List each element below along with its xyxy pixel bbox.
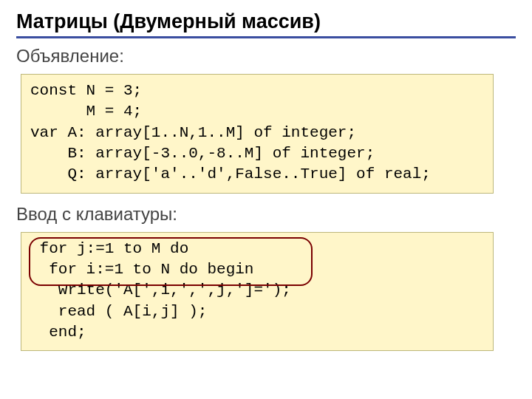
code-line: M = 4; <box>30 101 484 122</box>
code-line: B: array[-3..0,-8..M] of integer; <box>30 143 484 164</box>
code-line: write('A[',i,',',j,']='); <box>30 280 484 301</box>
slide: Матрицы (Двумерный массив) Объявление: c… <box>0 0 532 369</box>
code-box-input: for j:=1 to M do for i:=1 to N do begin … <box>21 232 494 352</box>
code-line: for i:=1 to N do begin <box>30 259 484 280</box>
code-line: read ( A[i,j] ); <box>30 301 484 322</box>
subhead-input: Ввод с клавиатуры: <box>16 204 516 225</box>
code-line: end; <box>30 322 484 343</box>
page-title: Матрицы (Двумерный массив) <box>16 10 516 33</box>
code-line: const N = 3; <box>30 81 484 101</box>
code-line: for j:=1 to M do <box>30 239 484 259</box>
title-rule <box>16 36 516 38</box>
code-line: Q: array['a'..'d',False..True] of real; <box>30 164 484 185</box>
code-line: var A: array[1..N,1..M] of integer; <box>30 123 484 143</box>
subhead-declaration: Объявление: <box>16 46 516 66</box>
code-box-declaration: const N = 3; M = 4; var A: array[1..N,1.… <box>21 74 494 194</box>
